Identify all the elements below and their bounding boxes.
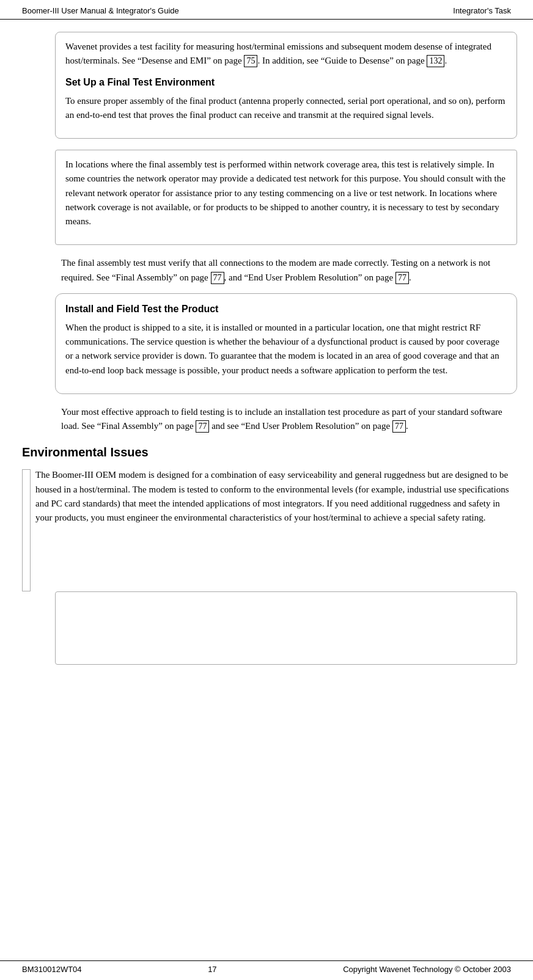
footer-left: BM310012WT04 bbox=[22, 965, 82, 974]
install-block: Install and Field Test the Product When … bbox=[55, 293, 517, 394]
section2-para1: When the product is shipped to a site, i… bbox=[65, 321, 507, 378]
bottom-empty-block bbox=[55, 591, 517, 665]
main-content: Wavenet provides a test facility for mea… bbox=[0, 20, 533, 712]
section1-para1: To ensure proper assembly of the final p… bbox=[65, 94, 507, 123]
section1-para3: The final assembly test must verify that… bbox=[61, 256, 511, 285]
header-right: Integrator's Task bbox=[453, 6, 511, 15]
section2-para2: Your most effective approach to field te… bbox=[61, 405, 511, 434]
section1-para2: In locations where the final assembly te… bbox=[65, 158, 507, 229]
coverage-block: In locations where the final assembly te… bbox=[55, 150, 517, 245]
section3-heading: Environmental Issues bbox=[22, 445, 511, 459]
env-side-box bbox=[22, 469, 31, 591]
page-ref-77c: 77 bbox=[196, 420, 209, 433]
header-left: Boomer-III User Manual & Integrator's Gu… bbox=[22, 6, 179, 15]
page-ref-75: 75 bbox=[244, 55, 257, 67]
section3-para1: The Boomer-III OEM modem is designed for… bbox=[35, 468, 511, 525]
page-footer: BM310012WT04 17 Copyright Wavenet Techno… bbox=[0, 960, 533, 980]
page-ref-77d: 77 bbox=[392, 420, 406, 433]
section2-heading: Install and Field Test the Product bbox=[65, 304, 507, 315]
section1-heading: Set Up a Final Test Environment bbox=[65, 77, 507, 88]
page-ref-77b: 77 bbox=[395, 272, 409, 284]
page-ref-132: 132 bbox=[427, 55, 444, 67]
intro-para: Wavenet provides a test facility for mea… bbox=[65, 40, 507, 68]
footer-center: 17 bbox=[208, 965, 216, 974]
footer-right: Copyright Wavenet Technology © October 2… bbox=[343, 965, 511, 974]
intro-block: Wavenet provides a test facility for mea… bbox=[55, 32, 517, 139]
page-header: Boomer-III User Manual & Integrator's Gu… bbox=[0, 0, 533, 20]
page-ref-77a: 77 bbox=[211, 272, 224, 284]
